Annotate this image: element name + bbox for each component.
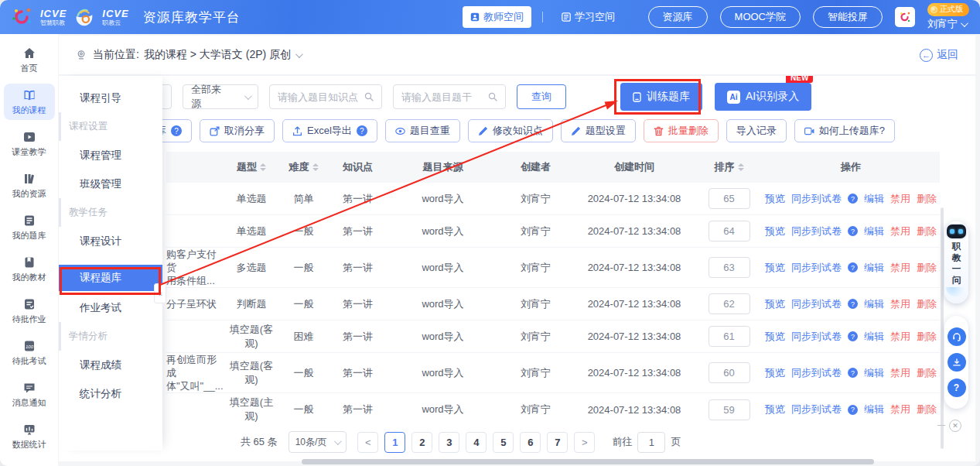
delete-link[interactable]: 删除 xyxy=(917,366,937,380)
preview-link[interactable]: 预览 xyxy=(765,297,785,311)
delete-link[interactable]: 删除 xyxy=(917,261,937,275)
sidebar-item-home[interactable]: 首页 xyxy=(4,42,55,78)
help-icon[interactable]: ? xyxy=(848,405,858,415)
order-input[interactable] xyxy=(709,399,750,420)
disable-link[interactable]: 禁用 xyxy=(890,330,910,344)
goto-page-input[interactable] xyxy=(637,432,665,453)
assistant-widget[interactable]: 职 教 一 问 xyxy=(944,221,968,303)
resource-library-link[interactable]: 资源库 xyxy=(648,6,708,28)
menu-item-course-grades[interactable]: 课程成绩 xyxy=(59,351,162,379)
help-question-icon[interactable]: ? xyxy=(948,379,966,397)
sidebar-item-my-textbooks[interactable]: 我的教材 xyxy=(4,251,55,287)
order-input[interactable] xyxy=(709,188,750,209)
sync-to-paper-link[interactable]: 同步到试卷 xyxy=(791,261,842,275)
delete-link[interactable]: 删除 xyxy=(917,330,937,344)
prev-page-button[interactable]: < xyxy=(357,432,378,453)
page-button-2[interactable]: 2 xyxy=(411,432,432,453)
col-order[interactable]: 排序 xyxy=(696,160,762,174)
close-icon[interactable]: ✕ xyxy=(949,420,961,432)
breadcrumb-path[interactable]: 我的课程 > 大学语文 (2P) 原创 xyxy=(144,48,291,62)
preview-link[interactable]: 预览 xyxy=(765,261,785,275)
menu-collapse-handle[interactable]: « xyxy=(154,283,166,303)
preview-link[interactable]: 预览 xyxy=(765,224,785,238)
delete-link[interactable]: 删除 xyxy=(917,297,937,311)
delete-link[interactable]: 删除 xyxy=(917,192,937,206)
menu-item-course-guide[interactable]: 课程引导 xyxy=(59,84,162,112)
support-headset-icon[interactable] xyxy=(948,327,966,346)
sidebar-item-pending-exams[interactable]: 100 待批考试 xyxy=(4,334,55,371)
user-block[interactable]: 正式版 刘宵宁 xyxy=(927,3,969,31)
smart-cast-link[interactable]: 智能投屏 xyxy=(813,6,883,28)
sync-to-paper-link[interactable]: 同步到试卷 xyxy=(791,297,842,311)
sync-to-paper-link[interactable]: 同步到试卷 xyxy=(791,330,842,344)
menu-item-statistical-analysis[interactable]: 统计分析 xyxy=(59,379,162,408)
page-button-5[interactable]: 5 xyxy=(493,432,514,453)
cancel-share-button[interactable]: 取消分享 xyxy=(200,119,275,142)
batch-delete-button[interactable]: 批量删除 xyxy=(644,119,719,142)
question-type-settings-button[interactable]: 题型设置 xyxy=(561,119,636,142)
sidebar-item-my-question-bank[interactable]: 我的题库 xyxy=(4,209,55,245)
mini-logo-icon[interactable] xyxy=(895,7,915,27)
excel-export-button[interactable]: Excel导出 ? xyxy=(282,119,377,142)
sort-icon[interactable] xyxy=(738,163,744,171)
disable-link[interactable]: 禁用 xyxy=(890,192,910,206)
download-icon[interactable] xyxy=(948,353,966,372)
help-icon[interactable]: ? xyxy=(848,368,858,378)
order-input[interactable] xyxy=(709,221,750,242)
sidebar-item-classroom-teaching[interactable]: 课堂教学 xyxy=(4,125,55,162)
delete-link[interactable]: 删除 xyxy=(917,224,937,238)
col-type[interactable]: 题型 xyxy=(224,160,278,174)
order-input[interactable] xyxy=(709,362,750,383)
help-icon[interactable]: ? xyxy=(848,194,858,204)
sync-to-paper-link[interactable]: 同步到试卷 xyxy=(791,403,842,416)
sidebar-item-my-courses[interactable]: 我的课程 xyxy=(4,84,55,120)
menu-item-course-management[interactable]: 课程管理 xyxy=(59,141,162,170)
train-bank-button[interactable]: 训练题库 xyxy=(620,83,702,111)
page-size-select[interactable]: 10条/页 xyxy=(289,431,347,453)
page-button-1[interactable]: 1 xyxy=(384,432,405,453)
back-button[interactable]: ← 返回 xyxy=(920,48,958,62)
menu-item-course-question-bank[interactable]: 课程题库 xyxy=(59,265,162,291)
order-input[interactable] xyxy=(709,326,750,347)
source-select[interactable]: 全部来源 xyxy=(183,84,258,109)
page-button-3[interactable]: 3 xyxy=(439,432,459,453)
sync-to-paper-link[interactable]: 同步到试卷 xyxy=(791,366,842,380)
sidebar-item-third-party-apps[interactable]: 第三方应用 xyxy=(4,460,55,466)
order-input[interactable] xyxy=(709,293,750,314)
disable-link[interactable]: 禁用 xyxy=(890,261,910,275)
menu-item-course-design[interactable]: 课程设计 xyxy=(59,227,162,255)
preview-link[interactable]: 预览 xyxy=(765,366,785,380)
menu-item-homework-exams[interactable]: 作业考试 xyxy=(59,293,162,322)
ai-recognition-button[interactable]: Ai AI识别录入 xyxy=(715,83,811,111)
help-icon[interactable]: ? xyxy=(357,125,367,136)
edit-knowledge-button[interactable]: 修改知识点 xyxy=(468,119,553,142)
edit-link[interactable]: 编辑 xyxy=(864,224,884,238)
preview-link[interactable]: 预览 xyxy=(765,192,785,206)
edit-link[interactable]: 编辑 xyxy=(864,261,884,275)
next-page-button[interactable]: > xyxy=(574,432,595,453)
edit-link[interactable]: 编辑 xyxy=(864,192,884,206)
edit-link[interactable]: 编辑 xyxy=(864,330,884,344)
help-icon[interactable]: ? xyxy=(848,299,858,309)
vertical-scrollbar[interactable] xyxy=(941,207,944,449)
sort-icon[interactable] xyxy=(260,163,266,171)
help-icon[interactable]: ? xyxy=(848,331,858,341)
disable-link[interactable]: 禁用 xyxy=(890,224,910,238)
edit-link[interactable]: 编辑 xyxy=(864,297,884,311)
page-button-4[interactable]: 4 xyxy=(466,432,487,453)
import-records-button[interactable]: 导入记录 xyxy=(726,119,787,142)
duplicate-check-button[interactable]: 题目查重 xyxy=(385,119,460,142)
teacher-space-button[interactable]: 教师空间 xyxy=(463,6,531,28)
sidebar-item-data-statistics[interactable]: 数据统计 xyxy=(4,418,55,454)
help-icon[interactable]: ? xyxy=(848,262,858,272)
edit-link[interactable]: 编辑 xyxy=(864,366,884,380)
horizontal-scrollbar[interactable] xyxy=(302,459,874,464)
sidebar-item-pending-homework[interactable]: 待批作业 xyxy=(4,293,55,329)
disable-link[interactable]: 禁用 xyxy=(890,297,910,311)
learning-space-button[interactable]: 学习空间 xyxy=(554,6,623,28)
mooc-academy-link[interactable]: MOOC学院 xyxy=(720,6,801,28)
sort-icon[interactable] xyxy=(312,163,319,171)
sync-to-paper-link[interactable]: 同步到试卷 xyxy=(791,224,842,238)
preview-link[interactable]: 预览 xyxy=(765,330,785,344)
help-icon[interactable]: ? xyxy=(848,226,858,236)
